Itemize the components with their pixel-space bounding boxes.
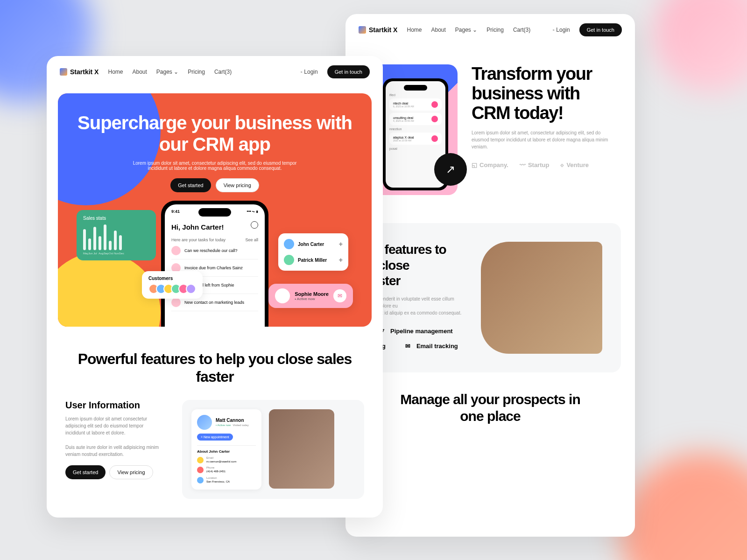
plus-icon[interactable]: + xyxy=(339,240,343,248)
stats-month-label: Sep xyxy=(104,252,106,255)
mail-icon[interactable]: ✉ xyxy=(333,289,346,302)
hero-secondary-button[interactable]: View pricing xyxy=(216,178,259,192)
cta-button[interactable]: Get in touch xyxy=(579,23,622,36)
hero-section: Supercharge your business with our CRM a… xyxy=(58,93,372,327)
view-pricing-button[interactable]: View pricing xyxy=(109,465,153,479)
cta-button[interactable]: Get in touch xyxy=(327,65,370,78)
partner-logo: ◱ Company. xyxy=(472,161,508,168)
see-all-link[interactable]: See all xyxy=(245,238,258,242)
tasks-header: Here are your tasks for today xyxy=(171,238,226,242)
deal-row: ataplus X deal2025 at 10:59 AM xyxy=(389,133,442,145)
location-icon xyxy=(197,477,204,483)
customers-title: Customers xyxy=(148,276,196,281)
nav-pages[interactable]: Pages xyxy=(156,69,178,75)
team-photo xyxy=(481,242,602,354)
get-started-button[interactable]: Get started xyxy=(65,465,106,479)
userinfo-body: Lorem ipsum dolor sit amet consectetur a… xyxy=(65,415,163,436)
nav-home[interactable]: Home xyxy=(407,27,422,33)
plus-icon[interactable]: + xyxy=(339,256,343,264)
contact-row[interactable]: John Carter+ xyxy=(281,236,345,252)
arrow-button[interactable]: ↗ xyxy=(434,153,467,186)
userinfo-body: Duis aute irure dolor in velit adipisici… xyxy=(65,444,163,458)
preview-card-right: Startkit X Home About Pages Pricing Cart… xyxy=(345,14,635,537)
stats-month-label: Oct xyxy=(109,252,112,255)
profile-name: Matt Cannon xyxy=(216,418,249,423)
avatar xyxy=(275,288,290,303)
login-link[interactable]: ◦ Login xyxy=(553,27,570,33)
stats-bar xyxy=(104,224,106,250)
stats-month-label: Aug xyxy=(99,252,101,255)
nav-about[interactable]: About xyxy=(132,69,147,75)
contact-status: • Active now xyxy=(295,297,329,301)
login-link[interactable]: ◦ Login xyxy=(301,69,318,75)
stats-month-label: Jul xyxy=(93,252,96,255)
stats-month-label: May xyxy=(83,252,86,255)
feature-item: ▽Pipeline management xyxy=(378,328,462,335)
partner-logo: ⟐ Venture xyxy=(560,161,589,168)
logo[interactable]: Startkit X xyxy=(359,26,397,34)
features-body: henderit in voluptate velit esse cillum … xyxy=(378,295,462,316)
avatar xyxy=(284,255,294,265)
profile-email: Emailm.cannon@saasful.com xyxy=(197,456,256,464)
logo[interactable]: Startkit X xyxy=(60,68,99,76)
profile-location: LocationSan Francisco, CA xyxy=(197,476,256,484)
top-nav: Startkit X Home About Pages Pricing Cart… xyxy=(345,14,635,46)
brand-name: Startkit X xyxy=(369,26,397,34)
logo-icon xyxy=(359,26,366,34)
status-badge: • Active now xyxy=(216,424,231,427)
status-badge: Visited today xyxy=(233,424,248,427)
transform-body: Lorem ipsum dolor sit amet, consectetur … xyxy=(472,129,616,150)
contact-row[interactable]: Patrick Miller+ xyxy=(281,252,345,268)
features-section: l features to close ster henderit in vol… xyxy=(359,223,621,372)
new-appointment-button[interactable]: + New appointment xyxy=(197,434,233,441)
deal-row: ntech deal6, 2025 at 10:59 AM xyxy=(389,98,442,111)
phone-icon xyxy=(197,467,204,473)
partner-logos: ◱ Company. 〰 Startup ⟐ Venture xyxy=(472,161,616,168)
transform-section: ified ntech deal6, 2025 at 10:59 AM onsu… xyxy=(345,46,635,204)
stats-month-label: Jun xyxy=(88,252,91,255)
nav-cart[interactable]: Cart(3) xyxy=(513,27,530,33)
nav-about[interactable]: About xyxy=(431,27,445,33)
user-info-section: User Information Lorem ipsum dolor sit a… xyxy=(47,400,383,499)
phone-status-icons: ••• ⏦ ▮ xyxy=(247,209,258,214)
nav-pricing[interactable]: Pricing xyxy=(188,69,205,75)
avatar xyxy=(171,246,181,255)
deal-section-label: nnection xyxy=(389,127,442,131)
deal-section-label: ified xyxy=(389,93,442,97)
stats-bar xyxy=(83,229,86,250)
logo-icon xyxy=(60,68,67,76)
phone-time: 9:41 xyxy=(171,209,180,214)
brand-name: Startkit X xyxy=(70,68,99,76)
avatar xyxy=(171,298,181,307)
stats-bar xyxy=(114,231,117,250)
nav-cart[interactable]: Cart(3) xyxy=(214,69,232,75)
profile-card: Matt Cannon • Active nowVisited today + … xyxy=(191,409,261,490)
stats-bar xyxy=(93,227,96,250)
userinfo-title: User Information xyxy=(65,400,163,411)
mail-icon: ✉ xyxy=(404,343,412,350)
user-photo xyxy=(269,409,334,489)
stats-month-label: Dec xyxy=(119,252,122,255)
stats-title: Sales stats xyxy=(83,216,149,221)
nav-pricing[interactable]: Pricing xyxy=(486,27,504,33)
deal-row: onsulting deal4, 2025 at 10:59 AM xyxy=(389,113,442,125)
about-header: About John Carter xyxy=(197,445,256,454)
stats-bar xyxy=(119,235,122,250)
profile-phone: Phone(414) 408-2451 xyxy=(197,466,256,474)
bell-icon xyxy=(251,221,258,229)
stats-bar xyxy=(109,241,112,250)
stats-month-label: Nov xyxy=(114,252,117,255)
contact-name: Sophie Moore xyxy=(295,291,329,297)
nav-pages[interactable]: Pages xyxy=(455,27,477,33)
preview-card-left: Startkit X Home About Pages Pricing Cart… xyxy=(47,56,383,518)
phone-greeting: Hi, John Carter! xyxy=(171,223,258,231)
transform-title: Transform your business with CRM today! xyxy=(472,64,616,123)
section-title: Powerful features to help you close sale… xyxy=(65,350,364,386)
nav-home[interactable]: Home xyxy=(108,69,123,75)
stats-bar xyxy=(88,238,91,250)
phone-mockup: 9:41••• ⏦ ▮ Hi, John Carter! Here are yo… xyxy=(161,201,268,327)
feature-item: ✉Email tracking xyxy=(404,343,458,350)
partner-logo: 〰 Startup xyxy=(520,161,550,168)
sophie-widget[interactable]: Sophie Moore• Active now ✉ xyxy=(268,284,353,308)
hero-primary-button[interactable]: Get started xyxy=(170,178,211,192)
